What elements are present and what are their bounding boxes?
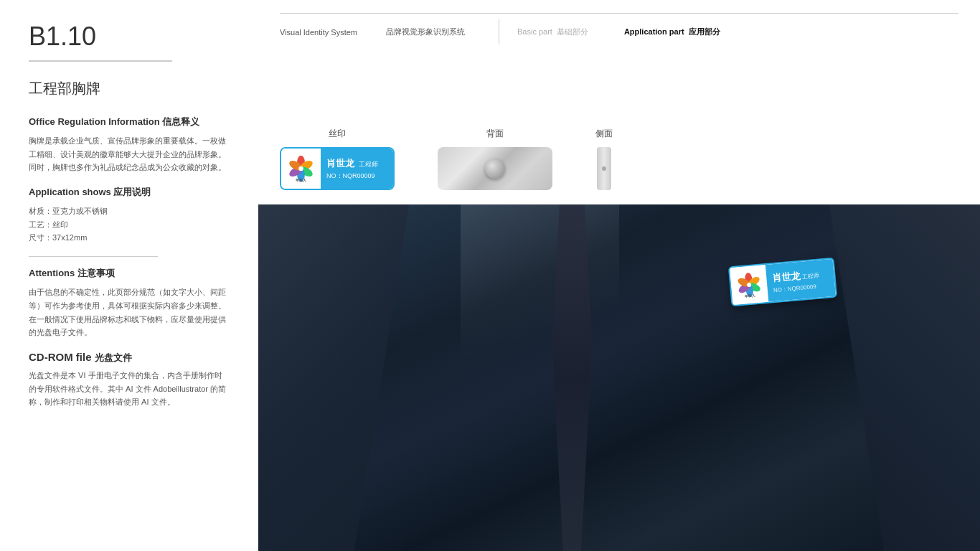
section-title-3: Attentions 注意事项: [29, 267, 230, 280]
suit-badge-name: 肖世龙: [772, 269, 801, 284]
section-title-4: CD-ROM file 光盘文件: [29, 351, 230, 364]
right-panel: Visual Identity System 品牌视觉形象识别系统 Basic …: [258, 0, 980, 551]
badge-no: NO：NQR00009: [326, 171, 387, 181]
header-separator: [499, 19, 499, 44]
section-attentions: Attentions 注意事项 由于信息的不确定性，此页部分规范（如文字大小、间…: [29, 267, 230, 339]
photo-area: 年轻人 肖世龙 工程师 NO：NQR00009: [258, 204, 980, 551]
section-content-2: 材质：亚克力或不锈钢 工艺：丝印 尺寸：37x12mm: [29, 204, 230, 245]
badge-display-area: 丝印 年轻人: [258, 61, 980, 204]
badge-front: 年轻人 肖世龙 工程师 NO：NQR00009: [280, 147, 395, 190]
suit-lapel-right: [706, 204, 980, 551]
svg-text:年轻人: 年轻人: [744, 293, 756, 298]
svg-text:年轻人: 年轻人: [295, 178, 307, 182]
svg-point-6: [298, 166, 303, 171]
side-label: 侧面: [595, 128, 613, 140]
page-number: B1.10: [29, 22, 172, 62]
collar-highlight: [461, 204, 619, 413]
section-cdrom: CD-ROM file 光盘文件 光盘文件是本 VI 手册电子文件的集合，内含手…: [29, 351, 230, 409]
badge-clip-button: [485, 159, 505, 179]
header-content: Visual Identity System 品牌视觉形象识别系统 Basic …: [280, 19, 958, 44]
badge-side: [597, 147, 611, 190]
app-part-nav: Application part 应用部分: [624, 27, 720, 37]
vi-label-en: Visual Identity System: [280, 28, 357, 37]
suit-badge-logo: 年轻人: [730, 265, 768, 305]
badge-pin: [602, 166, 606, 171]
badge-logo-area: 年轻人: [281, 149, 321, 189]
section-title-1: Office Regulation Information 信息释义: [29, 116, 230, 128]
divider-1: [29, 256, 158, 257]
vi-section: Visual Identity System 品牌视觉形象识别系统: [280, 27, 481, 37]
suit-badge-info: 肖世龙 工程师 NO：NQR00009: [765, 259, 836, 302]
section-content-3: 由于信息的不确定性，此页部分规范（如文字大小、间距等）可作为参考使用，具体可根据…: [29, 286, 230, 339]
header-bar: Visual Identity System 品牌视觉形象识别系统 Basic …: [258, 0, 980, 57]
badge-front-view: 丝印 年轻人: [280, 128, 395, 190]
section-application: Application shows 应用说明 材质：亚克力或不锈钢 工艺：丝印 …: [29, 186, 230, 245]
badge-side-view: 侧面: [595, 128, 613, 190]
part-navigation: Basic part 基础部分 Application part 应用部分: [517, 27, 720, 37]
front-label: 丝印: [329, 128, 346, 140]
section-content-4: 光盘文件是本 VI 手册电子文件的集合，内含手册制作时的专用软件格式文件。其中 …: [29, 369, 230, 409]
badge-role: 工程师: [359, 160, 378, 169]
header-divider: [280, 13, 958, 14]
badge-name: 肖世龙: [326, 157, 354, 170]
suit-badge-inner: 年轻人 肖世龙 工程师 NO：NQR00009: [728, 258, 837, 307]
back-label: 背面: [486, 128, 504, 140]
suit-badge: 年轻人 肖世龙 工程师 NO：NQR00009: [728, 258, 837, 307]
section-title-2: Application shows 应用说明: [29, 186, 230, 199]
basic-part-nav: Basic part 基础部分: [517, 27, 588, 37]
page-title: 工程部胸牌: [29, 79, 230, 98]
vi-label-cn: 品牌视觉形象识别系统: [386, 27, 465, 37]
section-content-1: 胸牌是承载企业气质、宣传品牌形象的重要载体。一枚做工精细、设计美观的徽章能够大大…: [29, 134, 230, 174]
badge-info-area: 肖世龙 工程师 NO：NQR00009: [321, 149, 393, 189]
photo-background: 年轻人 肖世龙 工程师 NO：NQR00009: [258, 204, 980, 551]
vi-labels: Visual Identity System 品牌视觉形象识别系统: [280, 27, 481, 37]
suit-badge-role: 工程师: [801, 271, 819, 281]
badge-back-view: 背面: [438, 128, 552, 190]
logo-pinwheel: 年轻人: [286, 153, 316, 184]
section-office-regulation: Office Regulation Information 信息释义 胸牌是承载…: [29, 116, 230, 174]
badge-back: [438, 147, 552, 190]
suit-logo-svg: 年轻人: [733, 269, 764, 300]
left-panel: B1.10 工程部胸牌 Office Regulation Informatio…: [0, 0, 258, 551]
